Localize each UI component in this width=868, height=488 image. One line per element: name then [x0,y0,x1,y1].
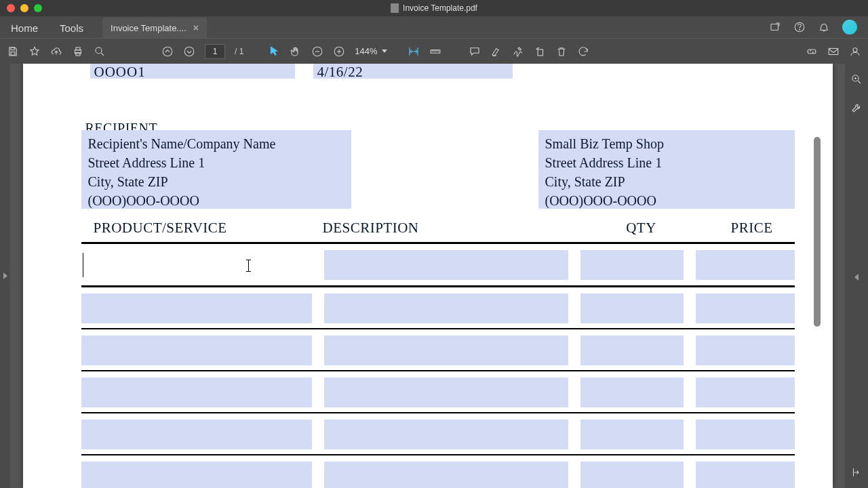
page-up-icon[interactable] [161,45,174,58]
fit-width-icon[interactable] [408,45,420,58]
delete-icon[interactable] [555,45,568,58]
pdf-page: OOOO1 4/16/22 RECIPIENT Recipient's Name… [23,64,833,488]
close-window-button[interactable] [7,4,15,12]
description-cell[interactable] [324,420,568,449]
col-product: PRODUCT/SERVICE [81,220,323,237]
svg-rect-7 [76,52,80,56]
svg-rect-0 [771,24,778,30]
highlight-icon[interactable] [490,45,502,58]
expand-panel-icon[interactable] [850,466,863,479]
scrollbar-thumb[interactable] [814,137,821,327]
price-cell[interactable] [696,293,795,323]
rotate-icon[interactable] [534,45,546,58]
undo-icon[interactable] [577,45,589,58]
link-icon[interactable] [806,45,818,58]
invoice-number-field[interactable]: OOOO1 [90,64,295,79]
window-titlebar: Invoice Template.pdf [0,0,868,16]
tab-close-icon[interactable]: × [193,22,199,33]
wrench-icon[interactable] [850,102,863,114]
nav-home[interactable]: Home [0,18,49,38]
window-title: Invoice Template.pdf [391,3,477,13]
window-title-text: Invoice Template.pdf [403,3,477,13]
maximize-window-button[interactable] [34,4,42,12]
qty-cell[interactable] [580,462,684,488]
svg-rect-3 [11,47,14,50]
description-cell[interactable] [324,250,568,280]
text-cursor [83,253,84,277]
qty-cell[interactable] [580,250,684,280]
product-cell[interactable] [81,336,312,365]
col-description: DESCRIPTION [323,220,574,237]
document-tab[interactable]: Invoice Template.... × [102,18,207,38]
find-icon[interactable] [94,45,106,58]
product-cell[interactable] [81,378,312,407]
select-tool-icon[interactable] [268,45,280,58]
description-cell[interactable] [324,336,568,365]
sign-icon[interactable] [512,45,524,58]
save-icon[interactable] [7,45,19,58]
hand-tool-icon[interactable] [290,45,302,58]
page-down-icon[interactable] [183,45,195,58]
svg-point-8 [96,47,102,54]
description-cell[interactable] [324,293,568,323]
zoom-out-icon[interactable] [311,45,323,58]
user-avatar[interactable] [842,20,857,35]
price-cell[interactable] [696,462,795,488]
svg-point-9 [163,47,172,56]
bell-icon[interactable] [818,21,830,33]
price-cell[interactable] [696,250,795,280]
table-row [81,244,795,285]
ruler-icon[interactable] [429,45,441,58]
qty-cell[interactable] [580,336,684,365]
search-page-icon[interactable] [850,73,863,85]
product-cell[interactable] [81,293,312,323]
product-cell[interactable] [81,462,312,488]
cloud-upload-icon[interactable] [50,45,62,58]
right-tools-rail [845,64,868,488]
price-cell[interactable] [696,336,795,365]
tab-bar: Home Tools Invoice Template.... × [0,16,868,38]
svg-rect-15 [829,48,838,54]
product-cell-editing[interactable] [81,250,312,280]
price-cell[interactable] [696,378,795,407]
qty-cell[interactable] [580,420,684,449]
page-number-input[interactable] [205,44,225,59]
svg-rect-6 [76,47,80,50]
qty-cell[interactable] [580,293,684,323]
share-box-icon[interactable] [769,21,781,33]
tab-label: Invoice Template.... [111,23,186,33]
toolbar: / 1 144% [0,38,868,64]
qty-cell[interactable] [580,378,684,407]
left-panel-toggle[interactable] [0,64,10,488]
table-header: PRODUCT/SERVICE DESCRIPTION QTY PRICE [81,220,795,242]
invoice-date-field[interactable]: 4/16/22 [313,64,513,79]
vertical-scrollbar[interactable] [812,69,822,462]
comment-icon[interactable] [469,45,481,58]
sender-address-field[interactable]: Small Biz Temp Shop Street Address Line … [538,130,795,209]
help-icon[interactable] [793,21,806,33]
description-cell[interactable] [324,462,568,488]
zoom-in-icon[interactable] [333,45,345,58]
price-cell[interactable] [696,420,795,449]
nav-tools[interactable]: Tools [49,18,94,38]
window-controls [0,4,42,12]
recipient-address-field[interactable]: Recipient's Name/Company Name Street Add… [81,130,351,209]
description-cell[interactable] [324,378,568,407]
sender-name: Small Biz Temp Shop [545,134,788,153]
zoom-select[interactable]: 144% [355,46,387,56]
sender-city: City, State ZIP [545,172,788,191]
email-icon[interactable] [827,45,840,58]
star-icon[interactable] [28,45,41,58]
document-viewport[interactable]: OOOO1 4/16/22 RECIPIENT Recipient's Name… [10,64,845,488]
svg-rect-4 [11,52,15,55]
right-panel-toggle[interactable] [854,274,859,281]
recipient-street: Street Address Line 1 [88,153,344,172]
page-total-label: / 1 [235,47,243,56]
table-row [81,329,795,371]
line-items-table: PRODUCT/SERVICE DESCRIPTION QTY PRICE [81,220,795,488]
document-icon [391,3,399,13]
minimize-window-button[interactable] [20,4,28,12]
print-icon[interactable] [72,45,84,58]
product-cell[interactable] [81,420,312,449]
people-icon[interactable] [849,45,861,58]
